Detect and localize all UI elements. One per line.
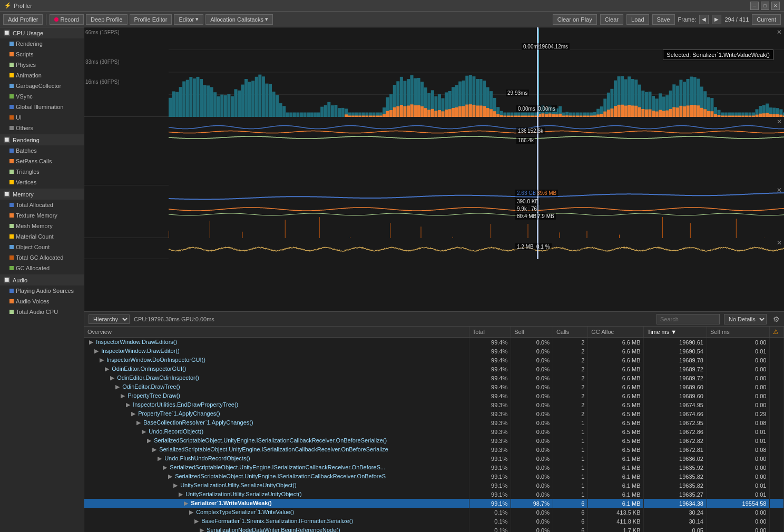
table-row[interactable]: ▶ OdinEditor.OnInspectorGUI() 99.4% 0.0%…: [84, 364, 784, 373]
sidebar-item-rendering[interactable]: Rendering: [0, 38, 84, 49]
col-selfms[interactable]: Self ms: [707, 327, 769, 338]
sidebar-item-object-count[interactable]: Object Count: [0, 242, 84, 252]
tree-arrow[interactable]: ▶: [163, 464, 167, 470]
tree-arrow[interactable]: ▶: [179, 491, 183, 497]
add-profiler-button[interactable]: Add Profiler: [3, 14, 43, 25]
sidebar-item-material-count[interactable]: Material Count: [0, 231, 84, 242]
tree-arrow[interactable]: ▶: [110, 375, 114, 381]
tree-arrow[interactable]: ▶: [131, 410, 135, 417]
col-total[interactable]: Total: [469, 327, 511, 338]
tree-arrow[interactable]: ▶: [100, 357, 104, 363]
minimize-button[interactable]: ─: [750, 2, 759, 10]
tree-arrow[interactable]: ▶: [126, 401, 130, 408]
sidebar-item-vertices[interactable]: Vertices: [0, 177, 84, 188]
tree-arrow[interactable]: ▶: [136, 419, 141, 426]
table-row[interactable]: ▶ BaseFormatter`1.Sirenix.Serialization.…: [84, 517, 784, 526]
table-row[interactable]: ▶ SerializationNodeDataWriter.BeginRefer…: [84, 526, 784, 532]
table-row[interactable]: ▶ BaseCollectionResolver`1.ApplyChanges(…: [84, 418, 784, 427]
sidebar-item-gi[interactable]: Global Illumination: [0, 102, 84, 112]
table-row[interactable]: ▶ PropertyTree.Draw() 99.4% 0.0% 2 6.6 M…: [84, 391, 784, 400]
table-row[interactable]: ▶ SerializedScriptableObject.UnityEngine…: [84, 436, 784, 445]
table-row[interactable]: ▶ InspectorWindow.DoOnInspectorGUI() 99.…: [84, 356, 784, 364]
col-timems[interactable]: Time ms ▼: [644, 327, 707, 338]
sidebar-item-total-allocated[interactable]: Total Allocated: [0, 200, 84, 210]
tree-arrow[interactable]: ▶: [158, 455, 162, 461]
close-button[interactable]: ✕: [771, 2, 780, 10]
tree-arrow[interactable]: ▶: [194, 518, 199, 524]
sidebar-item-total-audio[interactable]: Total Audio CPU: [0, 307, 84, 317]
table-row[interactable]: ▶ Undo.FlushUndoRecordObjects() 99.1% 0.…: [84, 454, 784, 463]
tree-arrow[interactable]: ▶: [142, 428, 146, 435]
table-row[interactable]: ▶ OdinEditor.DrawTree() 99.4% 0.0% 2 6.6…: [84, 382, 784, 391]
search-input[interactable]: [656, 314, 720, 324]
deep-profile-button[interactable]: Deep Profile: [86, 14, 128, 25]
sidebar-item-others[interactable]: Others: [0, 123, 84, 133]
table-row[interactable]: ▶ SerializedScriptableObject.UnityEngine…: [84, 463, 784, 472]
tree-arrow[interactable]: ▶: [147, 437, 151, 444]
profile-table[interactable]: Overview Total Self Calls GC Alloc Time …: [84, 327, 784, 532]
sidebar-item-triangles[interactable]: Triangles: [0, 166, 84, 177]
table-row[interactable]: ▶ UnitySerializationUtility.SerializeUni…: [84, 481, 784, 490]
sidebar-item-scripts[interactable]: Scripts: [0, 49, 84, 60]
table-row[interactable]: ▶ SerializedScriptableObject.UnityEngine…: [84, 472, 784, 481]
tree-arrow[interactable]: ▶: [189, 509, 193, 515]
audio-chart-close[interactable]: ✕: [777, 239, 782, 247]
sidebar-item-mesh-memory[interactable]: Mesh Memory: [0, 221, 84, 231]
audio-section-header[interactable]: 🔲 Audio: [0, 274, 84, 285]
allocation-callstacks-button[interactable]: Allocation Callstacks ▾: [205, 14, 273, 25]
col-self[interactable]: Self: [511, 327, 553, 338]
table-row[interactable]: ▶ Undo.RecordObject() 99.3% 0.0% 1 6.5 M…: [84, 427, 784, 436]
table-row[interactable]: ▶ Serializer`1.WriteValueWeak() 99.1% 98…: [84, 499, 784, 508]
sidebar-item-gc-allocated[interactable]: GC Allocated: [0, 263, 84, 273]
tree-arrow[interactable]: ▶: [200, 527, 204, 532]
tree-arrow[interactable]: ▶: [94, 348, 99, 354]
rendering-chart-close[interactable]: ✕: [777, 118, 782, 125]
tree-arrow[interactable]: ▶: [89, 339, 93, 345]
col-name[interactable]: Overview: [84, 327, 469, 338]
table-row[interactable]: ▶ InspectorUtilities.EndDrawPropertyTree…: [84, 400, 784, 409]
settings-button[interactable]: ⚙: [773, 315, 780, 323]
sidebar-item-animation[interactable]: Animation: [0, 70, 84, 81]
tree-arrow[interactable]: ▶: [168, 473, 172, 479]
table-row[interactable]: ▶ PropertyTree`1.ApplyChanges() 99.3% 0.…: [84, 409, 784, 418]
table-row[interactable]: ▶ ComplexTypeSerializer`1.WriteValue() 0…: [84, 508, 784, 517]
hierarchy-select[interactable]: Hierarchy: [89, 314, 130, 324]
tree-arrow[interactable]: ▶: [115, 383, 120, 390]
load-button[interactable]: Load: [626, 14, 649, 25]
cpu-chart-close[interactable]: ✕: [777, 28, 782, 36]
cpu-section-header[interactable]: 🔲 CPU Usage: [0, 27, 84, 38]
maximize-button[interactable]: □: [761, 2, 769, 10]
prev-frame-button[interactable]: ◀: [699, 15, 709, 24]
clear-on-play-button[interactable]: Clear on Play: [553, 14, 597, 25]
table-row[interactable]: ▶ SerializedScriptableObject.UnityEngine…: [84, 445, 784, 454]
table-row[interactable]: ▶ InspectorWindow.DrawEditor() 99.4% 0.0…: [84, 347, 784, 356]
record-button[interactable]: Record: [50, 14, 83, 25]
profile-editor-button[interactable]: Profile Editor: [130, 14, 172, 25]
sidebar-item-audio-voices[interactable]: Audio Voices: [0, 296, 84, 307]
sidebar-item-gc[interactable]: GarbageCollector: [0, 81, 84, 91]
sidebar-item-batches[interactable]: Batches: [0, 145, 84, 156]
sidebar-item-ui[interactable]: UI: [0, 112, 84, 123]
sidebar-item-playing-audio[interactable]: Playing Audio Sources: [0, 285, 84, 296]
memory-chart-close[interactable]: ✕: [777, 186, 782, 194]
editor-button[interactable]: Editor ▾: [174, 14, 203, 25]
table-row[interactable]: ▶ InspectorWindow.DrawEditors() 99.4% 0.…: [84, 338, 784, 347]
sidebar-item-vsync[interactable]: VSync: [0, 91, 84, 102]
tree-arrow[interactable]: ▶: [184, 500, 188, 506]
table-row[interactable]: ▶ OdinEditor.DrawOdinInspector() 99.4% 0…: [84, 373, 784, 382]
tree-arrow[interactable]: ▶: [105, 366, 109, 372]
current-button[interactable]: Current: [752, 14, 781, 25]
col-gcalloc[interactable]: GC Alloc: [588, 327, 644, 338]
clear-button[interactable]: Clear: [600, 14, 623, 25]
table-row[interactable]: ▶ UnitySerializationUtility.SerializeUni…: [84, 490, 784, 499]
memory-section-header[interactable]: 🔲 Memory: [0, 189, 84, 200]
sidebar-item-setpass[interactable]: SetPass Calls: [0, 156, 84, 166]
detail-select[interactable]: No Details: [724, 314, 767, 324]
sidebar-item-physics[interactable]: Physics: [0, 60, 84, 70]
sidebar-item-total-gc[interactable]: Total GC Allocated: [0, 252, 84, 263]
tree-arrow[interactable]: ▶: [152, 446, 156, 452]
next-frame-button[interactable]: ▶: [712, 15, 721, 24]
tree-arrow[interactable]: ▶: [173, 482, 178, 488]
col-calls[interactable]: Calls: [553, 327, 587, 338]
tree-arrow[interactable]: ▶: [121, 392, 125, 399]
